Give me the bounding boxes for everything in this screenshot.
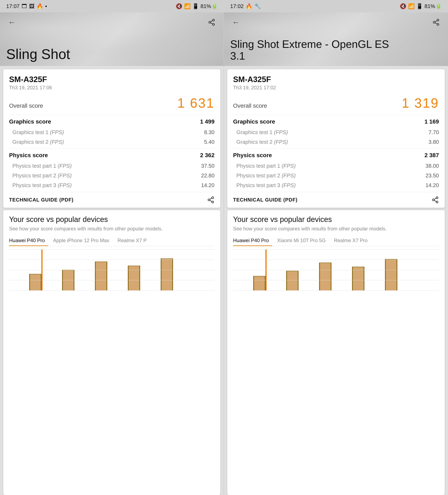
right-share-icon xyxy=(432,19,440,26)
left-physics-test3-row: Physics test part 3 (FPS) 14.20 xyxy=(9,180,214,190)
svg-line-4 xyxy=(210,21,213,22)
svg-line-25 xyxy=(434,198,436,199)
left-graphics-label: Graphics score xyxy=(9,118,51,125)
svg-line-9 xyxy=(210,198,212,199)
right-graphics-test2-label: Graphics test 2 (FPS) xyxy=(233,139,288,145)
right-overall-value: 1 319 xyxy=(402,96,439,111)
right-device-date: Th3 19, 2021 17:02 xyxy=(233,85,439,91)
right-overall-label: Overall score xyxy=(233,102,267,109)
right-tech-guide-share-icon[interactable] xyxy=(432,196,439,204)
left-hero: ← Sling Shot xyxy=(0,12,224,66)
right-tab-huawei[interactable]: Huawei P40 Pro xyxy=(233,236,272,246)
right-physics-test1-label: Physics test part 1 (FPS) xyxy=(233,163,296,169)
wifi-icon: 📶 xyxy=(184,3,191,10)
right-physics-test2-value: 23.50 xyxy=(425,172,439,179)
left-chart-area xyxy=(9,249,214,291)
left-tab-iphone[interactable]: Apple iPhone 12 Pro Max xyxy=(48,236,112,246)
photo-icon: 🖼 xyxy=(29,3,34,10)
svg-point-22 xyxy=(433,199,434,201)
svg-point-23 xyxy=(436,201,438,203)
left-device-date: Th3 19, 2021 17:06 xyxy=(9,85,214,91)
right-physics-test2-row: Physics test part 2 (FPS) 23.50 xyxy=(233,171,439,180)
right-physics-test2-label: Physics test part 2 (FPS) xyxy=(233,172,296,179)
status-bar-right: 17:02 🔥 🔧 🔇 📶 📱 81%🔋 xyxy=(224,0,448,12)
wifi-icon-2: 📶 xyxy=(408,3,415,10)
right-device-name: SM-A325F xyxy=(233,75,439,84)
svg-point-21 xyxy=(436,197,438,199)
right-graphics-test1-label: Graphics test 1 (FPS) xyxy=(233,129,288,136)
left-panel: ← Sling Shot SM-A325F Th3 19, 2021 17:06… xyxy=(0,12,224,495)
left-physics-test2-row: Physics test part 2 (FPS) 22.80 xyxy=(9,171,214,180)
time-left: 17:07 xyxy=(6,3,20,10)
right-share-button[interactable] xyxy=(430,16,442,28)
wrench-icon: 🔧 xyxy=(254,3,261,10)
right-chart-line-5 xyxy=(233,290,439,291)
share-icon xyxy=(208,19,215,26)
left-physics-test1-row: Physics test part 1 (FPS) 37.50 xyxy=(9,161,214,171)
left-share-button[interactable] xyxy=(206,16,217,28)
right-tab-xiaomi[interactable]: Xiaomi Mi 10T Pro 5G xyxy=(272,236,329,246)
right-physics-section: Physics score 2 387 Physics test part 1 … xyxy=(233,150,439,190)
left-tech-guide-share-icon[interactable] xyxy=(207,196,214,204)
left-results-card: SM-A325F Th3 19, 2021 17:06 Overall scor… xyxy=(3,69,220,208)
left-hero-nav: ← xyxy=(0,16,224,28)
left-tab-huawei[interactable]: Huawei P40 Pro xyxy=(9,236,48,246)
left-chart-lines xyxy=(9,249,214,291)
left-tech-guide-row[interactable]: TECHNICAL GUIDE (PDF) xyxy=(9,192,214,208)
left-physics-test1-label: Physics test part 1 (FPS) xyxy=(9,163,72,169)
right-graphics-test1-value: 7.70 xyxy=(428,129,439,136)
status-bar-left: 17:07 🗖 🖼 🔥 • 🔇 📶 📱 81%🔋 xyxy=(0,0,224,12)
chart-line-5 xyxy=(9,290,214,291)
svg-point-17 xyxy=(433,21,435,23)
panels-container: ← Sling Shot SM-A325F Th3 19, 2021 17:06… xyxy=(0,12,448,495)
facebook-icon: 🗖 xyxy=(22,3,27,10)
right-graphics-test2-value: 3.80 xyxy=(428,139,439,145)
left-graphics-main-row: Graphics score 1 499 xyxy=(9,116,214,127)
svg-line-20 xyxy=(435,21,437,22)
left-graphics-test1-value: 8.30 xyxy=(204,129,214,136)
right-chart-line-4 xyxy=(233,280,439,280)
right-tab-realme[interactable]: Realme X7 Pro xyxy=(329,236,371,246)
left-overall-label: Overall score xyxy=(9,102,43,109)
svg-point-16 xyxy=(437,19,439,21)
left-physics-test2-value: 22.80 xyxy=(201,172,214,179)
right-graphics-label: Graphics score xyxy=(233,118,275,125)
right-back-button[interactable]: ← xyxy=(230,16,242,28)
mute-icon: 🔇 xyxy=(176,3,182,10)
left-device-name: SM-A325F xyxy=(9,75,214,84)
left-back-button[interactable]: ← xyxy=(6,16,18,28)
left-hero-title: Sling Shot xyxy=(6,46,70,62)
chart-line-4 xyxy=(9,280,214,280)
right-physics-test1-value: 38.00 xyxy=(425,163,439,169)
left-popular-title: Your score vs popular devices xyxy=(9,215,214,224)
fire-icon: 🔥 xyxy=(37,3,43,10)
right-overall-score-row: Overall score 1 319 xyxy=(233,96,439,111)
svg-point-18 xyxy=(437,24,439,25)
svg-line-24 xyxy=(434,200,436,202)
left-overall-value: 1 631 xyxy=(177,96,214,111)
svg-line-8 xyxy=(210,200,212,202)
right-physics-test3-row: Physics test part 3 (FPS) 14.20 xyxy=(233,180,439,190)
left-physics-test1-value: 37.50 xyxy=(201,163,214,169)
svg-point-5 xyxy=(212,197,214,199)
left-overall-score-row: Overall score 1 631 xyxy=(9,96,214,111)
left-physics-test2-label: Physics test part 2 (FPS) xyxy=(9,172,72,179)
right-results-card: SM-A325F Th3 19, 2021 17:02 Overall scor… xyxy=(227,69,445,208)
left-graphics-value: 1 499 xyxy=(200,118,214,125)
right-tech-guide-row[interactable]: TECHNICAL GUIDE (PDF) xyxy=(233,192,439,208)
signal-icon: 📱 xyxy=(192,3,199,10)
svg-line-19 xyxy=(435,23,437,24)
back-arrow-icon: ← xyxy=(8,18,16,27)
svg-point-2 xyxy=(213,24,214,25)
svg-line-3 xyxy=(210,23,213,24)
left-popular-section: Your score vs popular devices See how yo… xyxy=(3,210,220,495)
right-hero: ← Sling Shot Extreme - OpenGL ES 3.1 xyxy=(224,12,448,66)
right-physics-label: Physics score xyxy=(233,152,272,159)
right-physics-test3-value: 14.20 xyxy=(425,182,439,189)
left-tab-realme[interactable]: Realme X7 P xyxy=(113,236,150,246)
signal-icon-2: 📱 xyxy=(416,3,423,10)
left-graphics-test2-row: Graphics test 2 (FPS) 5.40 xyxy=(9,137,214,147)
right-graphics-main-row: Graphics score 1 169 xyxy=(233,116,439,127)
right-hero-nav: ← xyxy=(224,16,448,28)
right-chart-area xyxy=(233,249,439,291)
